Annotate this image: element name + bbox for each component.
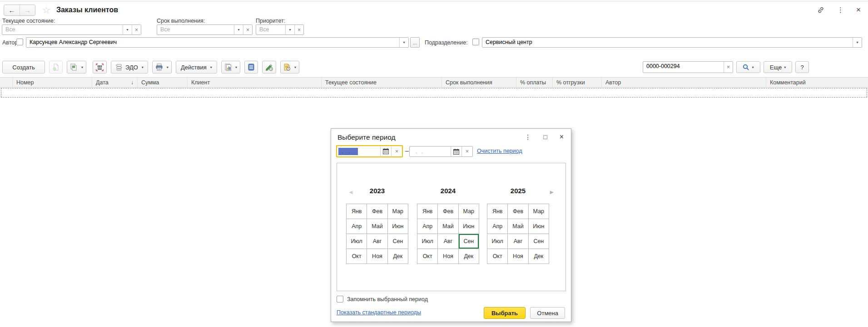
year-label[interactable]: 2025 <box>487 187 549 196</box>
month-cell[interactable]: Июл <box>417 234 438 249</box>
month-cell[interactable]: Дек <box>459 249 479 264</box>
department-dropdown-button[interactable]: ▾ <box>853 38 862 47</box>
month-cell[interactable]: Май <box>438 219 458 234</box>
dialog-close-button[interactable]: × <box>560 133 564 141</box>
date-to-clear-button[interactable]: × <box>461 146 472 156</box>
dialog-maximize-button[interactable]: □ <box>543 133 547 141</box>
due-filter-clear-button[interactable]: × <box>243 25 252 34</box>
date-from-input[interactable]: . . × <box>336 145 403 157</box>
month-cell-selected[interactable]: Сен <box>459 234 479 249</box>
edo-button[interactable]: ЭДО ▾ <box>111 61 148 73</box>
month-cell[interactable]: Авг <box>438 234 458 249</box>
month-cell[interactable]: Июл <box>487 234 508 249</box>
month-cell[interactable]: Июн <box>388 219 408 234</box>
month-cell[interactable]: Ноя <box>438 249 458 264</box>
due-filter-combo[interactable]: Все ▾ × <box>157 24 253 35</box>
department-checkbox[interactable] <box>472 39 479 45</box>
state-filter-clear-button[interactable]: × <box>132 25 141 34</box>
month-cell[interactable]: Май <box>367 219 387 234</box>
table-header-number[interactable]: Номер <box>13 78 92 87</box>
date-from-calendar-button[interactable] <box>380 146 391 156</box>
table-header-sum[interactable]: Сумма <box>138 78 188 87</box>
window-menu-button[interactable]: ⋮ <box>837 6 844 14</box>
priority-filter-dropdown-button[interactable]: ▾ <box>285 25 294 34</box>
month-cell[interactable]: Фев <box>508 204 528 219</box>
show-standard-periods-link[interactable]: Показать стандартные периоды <box>337 309 421 316</box>
window-close-button[interactable]: × <box>856 5 861 15</box>
date-to-calendar-button[interactable] <box>451 146 461 156</box>
actions-button[interactable]: Действия ▾ <box>176 61 217 73</box>
month-cell[interactable]: Ноя <box>508 249 528 264</box>
table-header-due[interactable]: Срок выполнения <box>442 78 516 87</box>
due-filter-dropdown-button[interactable]: ▾ <box>234 25 243 34</box>
month-cell[interactable]: Апр <box>417 219 438 234</box>
month-cell[interactable]: Фев <box>367 204 387 219</box>
author-combo[interactable]: Карсунцев Александр Сергеевич ▾ <box>26 37 409 48</box>
back-button[interactable]: ← <box>4 5 20 15</box>
month-cell[interactable]: Июн <box>529 219 549 234</box>
search-input[interactable]: 0000-000294 × <box>643 61 733 73</box>
month-cell[interactable]: Сен <box>529 234 549 249</box>
date-from-clear-button[interactable]: × <box>391 146 402 156</box>
year-label[interactable]: 2023 <box>346 187 408 196</box>
dialog-menu-button[interactable]: ⋮ <box>525 133 531 141</box>
link-icon[interactable] <box>817 6 825 14</box>
table-header-author[interactable]: Автор <box>602 78 766 87</box>
author-choose-button[interactable]: ... <box>410 37 420 48</box>
month-cell[interactable]: Мар <box>388 204 408 219</box>
author-checkbox[interactable] <box>16 39 23 45</box>
date-to-input[interactable]: . . × <box>409 146 473 157</box>
month-cell[interactable]: Окт <box>417 249 438 264</box>
department-combo[interactable]: Сервисный центр ▾ <box>482 37 862 48</box>
table-header-client[interactable]: Клиент <box>188 78 322 87</box>
priority-filter-clear-button[interactable]: × <box>294 25 303 34</box>
month-cell[interactable]: Окт <box>487 249 508 264</box>
month-cell[interactable]: Дек <box>388 249 408 264</box>
author-dropdown-button[interactable]: ▾ <box>399 38 408 47</box>
select-button[interactable]: Выбрать <box>484 307 526 319</box>
year-label[interactable]: 2024 <box>417 187 479 196</box>
month-cell[interactable]: Авг <box>367 234 387 249</box>
help-button[interactable]: ? <box>795 61 809 73</box>
deferred-documents-button[interactable]: ▾ <box>280 61 299 73</box>
copy-by-template-button[interactable]: ▾ <box>67 61 86 73</box>
table-header-comment[interactable]: Комментарий <box>766 78 868 87</box>
search-button[interactable]: ▾ <box>736 61 760 73</box>
month-cell[interactable]: Янв <box>417 204 438 219</box>
cancel-button[interactable]: Отмена <box>530 307 565 319</box>
month-cell[interactable]: Ноя <box>367 249 387 264</box>
month-cell[interactable]: Мар <box>459 204 479 219</box>
month-cell[interactable]: Янв <box>487 204 508 219</box>
create-button[interactable]: Создать <box>2 61 45 73</box>
month-cell[interactable]: Мар <box>529 204 549 219</box>
state-filter-combo[interactable]: Все ▾ × <box>2 24 141 35</box>
month-cell[interactable]: Окт <box>347 249 367 264</box>
barcode-scan-button[interactable] <box>93 61 107 73</box>
table-current-row[interactable] <box>1 88 867 98</box>
edit-schedule-button[interactable] <box>262 61 276 73</box>
month-cell[interactable]: Май <box>508 219 528 234</box>
clear-period-link[interactable]: Очистить период <box>477 148 522 154</box>
reports-button[interactable]: ▾ <box>221 61 240 73</box>
remember-period-checkbox[interactable] <box>337 296 343 303</box>
next-years-button[interactable]: ► <box>549 189 555 195</box>
state-filter-dropdown-button[interactable]: ▾ <box>123 25 132 34</box>
month-cell[interactable]: Июн <box>459 219 479 234</box>
list-view-button[interactable] <box>244 61 258 73</box>
print-button[interactable]: ▾ <box>152 61 172 73</box>
table-header-payment-pct[interactable]: % оплаты <box>516 78 553 87</box>
month-cell[interactable]: Фев <box>438 204 458 219</box>
favorite-star-icon[interactable]: ☆ <box>42 5 50 15</box>
month-cell[interactable]: Дек <box>529 249 549 264</box>
more-button[interactable]: Еще ▾ <box>764 61 792 73</box>
month-cell[interactable]: Июл <box>347 234 367 249</box>
table-header-state[interactable]: Текущее состояние <box>322 78 442 87</box>
table-header-shipment-pct[interactable]: % отгрузки <box>553 78 602 87</box>
month-cell[interactable]: Сен <box>388 234 408 249</box>
month-cell[interactable]: Апр <box>487 219 508 234</box>
table-header-date[interactable]: Дата ↓ <box>92 78 138 87</box>
month-cell[interactable]: Янв <box>347 204 367 219</box>
month-cell[interactable]: Авг <box>508 234 528 249</box>
priority-filter-combo[interactable]: Все ▾ × <box>256 24 304 35</box>
month-cell[interactable]: Апр <box>347 219 367 234</box>
